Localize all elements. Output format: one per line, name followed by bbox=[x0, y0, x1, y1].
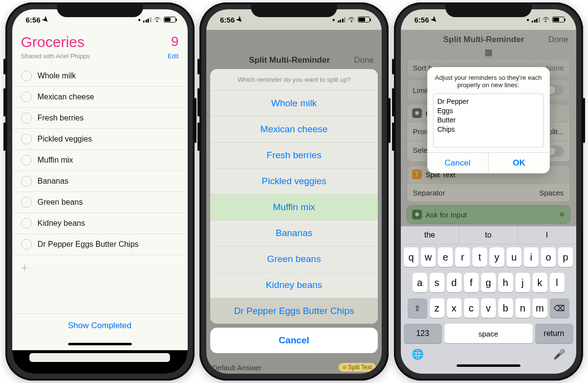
key-shift[interactable]: ⇧ bbox=[408, 298, 427, 318]
key-k[interactable]: k bbox=[533, 273, 547, 292]
sheet-option[interactable]: Dr Pepper Eggs Butter Chips bbox=[210, 298, 378, 324]
prediction[interactable]: the bbox=[401, 226, 460, 244]
key-c[interactable]: c bbox=[464, 298, 479, 318]
wifi-icon bbox=[348, 17, 355, 23]
key-r[interactable]: r bbox=[455, 247, 470, 267]
sheet-option[interactable]: Bananas bbox=[210, 220, 378, 246]
reminder-text: Pickled veggies bbox=[38, 135, 92, 144]
circle-icon[interactable] bbox=[21, 197, 32, 208]
dot-icon: • bbox=[332, 16, 335, 24]
key-j[interactable]: j bbox=[515, 273, 530, 292]
mic-icon[interactable]: 🎤 bbox=[553, 348, 565, 360]
key-o[interactable]: o bbox=[541, 247, 556, 267]
reminder-text: Green beans bbox=[38, 198, 83, 207]
key-backspace[interactable]: ⌫ bbox=[550, 298, 569, 318]
key-x[interactable]: x bbox=[447, 298, 462, 318]
wifi-icon bbox=[154, 17, 161, 23]
list-count: 9 bbox=[171, 34, 179, 49]
reminder-row[interactable]: Green beans bbox=[12, 192, 188, 213]
signal-icon bbox=[338, 17, 346, 23]
key-w[interactable]: w bbox=[421, 247, 436, 267]
status-time: 6:56 bbox=[415, 16, 429, 24]
key-n[interactable]: n bbox=[515, 298, 530, 318]
sheet-option[interactable]: Green beans bbox=[210, 246, 378, 272]
key-s[interactable]: s bbox=[430, 273, 444, 292]
alert-ok-button[interactable]: OK bbox=[489, 153, 550, 173]
reminder-row[interactable]: Muffin mix bbox=[12, 150, 188, 171]
dot-icon: • bbox=[527, 16, 529, 24]
add-reminder-button[interactable]: + bbox=[12, 255, 188, 280]
status-time: 6:56 bbox=[26, 16, 41, 24]
reminder-text: Fresh berries bbox=[38, 114, 84, 122]
circle-icon[interactable] bbox=[21, 113, 32, 123]
key-u[interactable]: u bbox=[507, 247, 521, 267]
three-phone-stage: 6:56➤ • Groceries 9 Shared with Ariel Ph… bbox=[0, 0, 588, 383]
sheet-option[interactable]: Muffin mix bbox=[210, 194, 378, 220]
sheet-option[interactable]: Pickled veggies bbox=[210, 168, 378, 194]
alert-cancel-button[interactable]: Cancel bbox=[427, 153, 489, 173]
location-icon: ➤ bbox=[40, 14, 51, 25]
location-icon: ➤ bbox=[429, 14, 440, 25]
wifi-icon bbox=[542, 17, 550, 23]
reminders-list: Whole milk Mexican cheese Fresh berries … bbox=[12, 66, 188, 313]
reminder-row[interactable]: Dr Pepper Eggs Butter Chips bbox=[12, 234, 188, 255]
key-g[interactable]: g bbox=[481, 273, 496, 292]
sheet-prompt: Which reminder do you want to split up? bbox=[210, 69, 378, 91]
battery-icon bbox=[358, 17, 370, 23]
reminder-row[interactable]: Bananas bbox=[12, 171, 188, 192]
home-indicator[interactable] bbox=[401, 360, 576, 371]
key-d[interactable]: d bbox=[447, 273, 462, 292]
key-h[interactable]: h bbox=[498, 273, 513, 292]
key-p[interactable]: p bbox=[558, 247, 573, 267]
key-123[interactable]: 123 bbox=[404, 324, 442, 343]
key-m[interactable]: m bbox=[533, 298, 547, 318]
reminder-row[interactable]: Whole milk bbox=[12, 66, 188, 87]
key-q[interactable]: q bbox=[404, 247, 418, 267]
key-i[interactable]: i bbox=[524, 247, 539, 267]
key-f[interactable]: f bbox=[464, 273, 479, 292]
prediction[interactable]: to bbox=[459, 226, 518, 244]
reminder-row[interactable]: Mexican cheese bbox=[12, 87, 188, 108]
circle-icon[interactable] bbox=[21, 71, 32, 81]
reminder-row[interactable]: Fresh berries bbox=[12, 108, 188, 129]
key-a[interactable]: a bbox=[413, 273, 427, 292]
split-text-chip[interactable]: Split Text bbox=[339, 363, 376, 372]
key-z[interactable]: z bbox=[430, 298, 444, 318]
circle-icon[interactable] bbox=[21, 176, 32, 187]
list-title: Groceries bbox=[21, 34, 85, 50]
circle-icon[interactable] bbox=[21, 218, 32, 229]
circle-icon[interactable] bbox=[21, 92, 32, 102]
key-l[interactable]: l bbox=[550, 273, 564, 292]
battery-icon bbox=[552, 17, 564, 23]
cancel-button[interactable]: Cancel bbox=[210, 328, 378, 353]
sheet-option[interactable]: Mexican cheese bbox=[210, 117, 378, 143]
alert-textarea[interactable] bbox=[433, 94, 544, 147]
circle-icon[interactable] bbox=[21, 239, 32, 250]
phone-1: 6:56➤ • Groceries 9 Shared with Ariel Ph… bbox=[5, 2, 195, 381]
reminder-row[interactable]: Pickled veggies bbox=[12, 129, 188, 150]
home-indicator[interactable] bbox=[12, 337, 188, 350]
sheet-option[interactable]: Whole milk bbox=[210, 91, 378, 117]
key-return[interactable]: return bbox=[535, 324, 573, 343]
edit-button[interactable]: Edit bbox=[168, 52, 178, 60]
signal-icon bbox=[532, 17, 540, 23]
app-switcher-card[interactable] bbox=[29, 353, 170, 362]
key-b[interactable]: b bbox=[498, 298, 513, 318]
prediction[interactable]: I bbox=[518, 226, 576, 244]
reminder-row[interactable]: Kidney beans bbox=[12, 213, 188, 234]
circle-icon[interactable] bbox=[21, 134, 32, 144]
key-t[interactable]: t bbox=[472, 247, 487, 267]
key-y[interactable]: y bbox=[490, 247, 504, 267]
sheet-option[interactable]: Kidney beans bbox=[210, 272, 378, 298]
globe-icon[interactable]: 🌐 bbox=[412, 348, 424, 360]
default-answer-label: Default Answer bbox=[212, 363, 262, 372]
show-completed-button[interactable]: Show Completed bbox=[12, 313, 188, 337]
sheet-option[interactable]: Fresh berries bbox=[210, 143, 378, 168]
key-v[interactable]: v bbox=[481, 298, 496, 318]
circle-icon[interactable] bbox=[21, 155, 32, 166]
key-e[interactable]: e bbox=[438, 247, 453, 267]
signal-icon bbox=[143, 17, 151, 23]
notch bbox=[57, 2, 143, 17]
key-space[interactable]: space bbox=[444, 324, 533, 343]
alert-dialog: Adjust your reminders so they're each pr… bbox=[427, 67, 550, 173]
